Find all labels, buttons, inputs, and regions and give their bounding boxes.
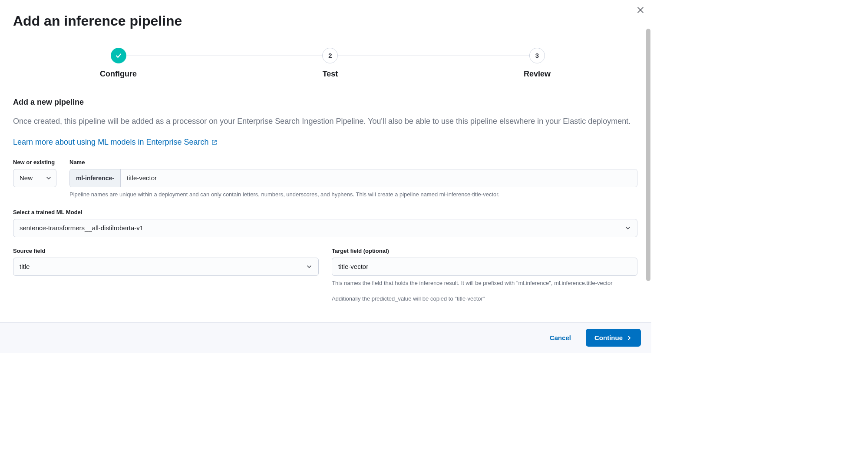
new-or-existing-select[interactable]: New bbox=[13, 169, 56, 187]
step-review-label: Review bbox=[524, 70, 551, 79]
step-configure: Configure bbox=[100, 48, 137, 79]
step-configure-label: Configure bbox=[100, 70, 137, 79]
step-review-indicator: 3 bbox=[529, 48, 545, 63]
continue-button[interactable]: Continue bbox=[586, 329, 641, 347]
external-link-icon bbox=[211, 139, 217, 145]
cancel-button[interactable]: Cancel bbox=[545, 331, 575, 345]
name-label: Name bbox=[69, 159, 637, 165]
arrow-right-icon bbox=[626, 335, 632, 341]
step-test-label: Test bbox=[323, 70, 338, 79]
target-field-help-2: Additionally the predicted_value will be… bbox=[332, 295, 637, 303]
section-subtitle: Add a new pipeline bbox=[13, 98, 637, 107]
target-field-group: Target field (optional) This names the f… bbox=[332, 248, 637, 303]
step-review: 3 Review bbox=[524, 48, 551, 79]
source-field-group: Source field title bbox=[13, 248, 319, 303]
source-field-select[interactable]: title bbox=[13, 258, 319, 276]
new-or-existing-group: New or existing New bbox=[13, 159, 56, 187]
ml-model-select[interactable]: sentence-transformers__all-distilroberta… bbox=[13, 219, 637, 237]
ml-model-group: Select a trained ML Model sentence-trans… bbox=[13, 209, 637, 237]
step-test-indicator: 2 bbox=[322, 48, 338, 63]
page-title: Add an inference pipeline bbox=[13, 12, 637, 30]
scrollbar[interactable] bbox=[646, 29, 650, 315]
target-field-input[interactable] bbox=[332, 258, 637, 276]
close-icon bbox=[637, 7, 644, 13]
ml-model-label: Select a trained ML Model bbox=[13, 209, 637, 215]
step-configure-indicator bbox=[111, 48, 126, 63]
name-input[interactable] bbox=[121, 169, 637, 187]
learn-more-link-text: Learn more about using ML models in Ente… bbox=[13, 138, 209, 147]
name-group: Name ml-inference- Pipeline names are un… bbox=[69, 159, 637, 199]
name-help-text: Pipeline names are unique within a deplo… bbox=[69, 191, 637, 199]
check-icon bbox=[115, 52, 122, 59]
step-test: 2 Test bbox=[322, 48, 338, 79]
footer: Cancel Continue bbox=[0, 322, 651, 353]
close-button[interactable] bbox=[636, 5, 645, 15]
steps-progress: Configure 2 Test 3 Review bbox=[100, 48, 551, 79]
new-or-existing-label: New or existing bbox=[13, 159, 56, 165]
name-prefix: ml-inference- bbox=[70, 169, 121, 187]
learn-more-link[interactable]: Learn more about using ML models in Ente… bbox=[13, 138, 217, 147]
section-description: Once created, this pipeline will be adde… bbox=[13, 116, 637, 127]
scrollbar-thumb[interactable] bbox=[646, 29, 650, 281]
target-field-label: Target field (optional) bbox=[332, 248, 637, 254]
continue-button-label: Continue bbox=[594, 334, 623, 341]
target-field-help-1: This names the field that holds the infe… bbox=[332, 279, 637, 287]
source-field-label: Source field bbox=[13, 248, 319, 254]
